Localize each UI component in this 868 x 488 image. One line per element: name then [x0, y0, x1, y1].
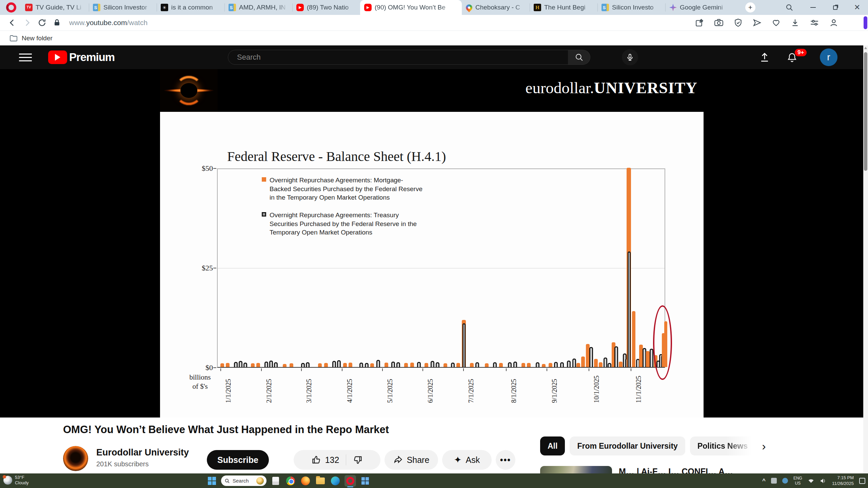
start-button[interactable] [206, 475, 218, 487]
subscribe-button[interactable]: Subscribe [207, 450, 269, 470]
channel-avatar[interactable] [63, 446, 88, 471]
volume-icon[interactable] [820, 478, 827, 484]
taskbar-app-explorer[interactable] [315, 475, 326, 487]
mbs-repo-bar [485, 363, 489, 367]
browser-tab-7[interactable]: HThe Hunt Begi [530, 0, 597, 15]
language-indicator[interactable]: ENGUS [793, 476, 802, 486]
pin-edit-icon[interactable] [695, 18, 704, 27]
x-tick-label: 6/1/2025 [427, 379, 434, 403]
taskbar-app-firefox[interactable] [300, 475, 311, 487]
gridline-25 [218, 268, 665, 268]
account-avatar[interactable]: r [820, 48, 837, 66]
filter-chip-0[interactable]: All [540, 436, 565, 455]
profile-icon[interactable] [829, 18, 838, 27]
file-explorer-icon [316, 477, 325, 484]
taskbar-search[interactable]: Search [221, 475, 267, 486]
youtube-premium-logo[interactable]: Premium [48, 50, 115, 64]
sidebar-accent-pill[interactable] [864, 16, 867, 29]
x-tick-label: 1/1/2025 [224, 379, 232, 403]
tray-icon-1[interactable] [771, 478, 777, 484]
ask-button[interactable]: ✦ Ask [442, 450, 492, 470]
browser-tab-2[interactable]: ✳is it a common [157, 0, 224, 15]
brand-text: eurodollar.UNIVERSITY [526, 79, 697, 97]
browser-tab-9[interactable]: Google Gemini [665, 0, 733, 15]
taskbar-app-grid[interactable] [359, 475, 371, 487]
like-button[interactable]: 132 [305, 450, 346, 470]
treasury-repo-bar [493, 362, 497, 367]
filter-chip-2[interactable]: Politics News [690, 436, 755, 455]
legend-text: Overnight Repurchase Agreements: Treasur… [270, 211, 425, 237]
back-button[interactable] [5, 17, 20, 29]
page-scrollbar[interactable] [863, 45, 868, 473]
treasury-repo-bar [306, 362, 310, 367]
taskbar-app-edge[interactable] [330, 475, 341, 487]
weather-condition: Cloudy [15, 480, 28, 486]
clock[interactable]: 7:15 PM11/26/2025 [832, 475, 854, 487]
x-tick [631, 368, 631, 371]
restore-button[interactable] [827, 0, 843, 15]
dislike-button[interactable] [346, 450, 369, 470]
tray-expand-caret[interactable]: ^ [762, 477, 766, 484]
windows-logo-icon [208, 477, 216, 485]
url-text[interactable]: www.youtube.com/watch [69, 19, 147, 27]
x-tick-label: 5/1/2025 [386, 379, 394, 403]
sparkle-icon: ✦ [454, 454, 462, 465]
more-actions-button[interactable]: ••• [496, 450, 515, 470]
taskbar-weather-widget[interactable]: 53°F Cloudy [3, 475, 28, 486]
filter-chip-1[interactable]: From Eurodollar University [570, 436, 685, 455]
network-icon[interactable] [808, 478, 814, 484]
send-flow-icon[interactable] [753, 18, 762, 27]
mbs-repo-bar [499, 363, 503, 367]
browser-tab-4[interactable]: ▶(89) Two Natio [292, 0, 360, 15]
opera-logo-icon[interactable] [6, 2, 16, 13]
browser-tab-6[interactable]: Cheboksary - C [462, 0, 530, 15]
treasury-repo-bar [239, 361, 242, 367]
browser-tab-5[interactable]: ▶(90) OMG! You Won’t Be [360, 0, 462, 15]
minimize-button[interactable] [805, 0, 821, 15]
taskbar-app-opera-active[interactable] [344, 475, 356, 487]
like-count: 132 [325, 455, 339, 465]
next-video-title-partial[interactable]: M… | Ai-F… I… CONFI… A… [619, 467, 809, 473]
treasury-repo-bar [536, 362, 539, 367]
taskbar-app-chrome[interactable] [285, 475, 296, 487]
share-button[interactable]: Share [384, 450, 438, 470]
bookmark-folder[interactable]: New folder [22, 35, 53, 42]
y-tick-label-0: $0 [193, 363, 213, 372]
tab-search-icon[interactable] [785, 3, 793, 12]
snapshot-camera-icon[interactable] [714, 18, 724, 27]
lock-icon[interactable] [50, 17, 64, 29]
forward-button[interactable] [20, 17, 35, 29]
new-tab-button[interactable]: + [745, 2, 755, 13]
bookmark-heart-icon[interactable] [772, 18, 781, 27]
treasury-repo-bar [396, 362, 400, 367]
browser-tab-8[interactable]: SSilicon Investo [597, 0, 665, 15]
tray-icon-2[interactable] [782, 478, 788, 484]
maps-favicon [465, 3, 474, 12]
x-tick-label: 8/1/2025 [510, 379, 518, 403]
taskbar-app-document[interactable] [270, 475, 281, 487]
browser-tab-0[interactable]: TVTV Guide, TV Li [21, 0, 89, 15]
close-button[interactable]: ✕ [849, 0, 865, 15]
upload-icon[interactable] [759, 52, 770, 63]
menu-hamburger-icon[interactable] [19, 54, 32, 61]
browser-tab-1[interactable]: SSilicon Investor [89, 0, 157, 15]
chips-chevron-right[interactable]: › [760, 440, 766, 453]
search-box[interactable] [228, 50, 568, 65]
tray-notification-icon[interactable] [859, 478, 865, 484]
scrollbar-thumb[interactable] [864, 52, 867, 171]
scrollbar-up-arrow[interactable] [864, 47, 867, 49]
treasury-repo-bar [614, 346, 618, 367]
channel-name[interactable]: Eurodollar University [96, 447, 189, 458]
search-input[interactable] [237, 53, 535, 62]
treasury-repo-bar [589, 347, 593, 367]
mbs-repo-bar [632, 311, 635, 367]
video-player[interactable]: eurodollar.UNIVERSITY Federal Reserve - … [0, 69, 868, 418]
reload-button[interactable] [35, 17, 50, 29]
browser-tab-3[interactable]: SAMD, ARMH, IN [224, 0, 292, 15]
download-icon[interactable] [791, 18, 800, 27]
mbs-repo-bar [581, 357, 585, 367]
shield-check-icon[interactable] [734, 18, 743, 27]
settings-sliders-icon[interactable] [810, 18, 819, 27]
voice-search-button[interactable] [622, 49, 638, 65]
search-button[interactable] [568, 50, 590, 65]
